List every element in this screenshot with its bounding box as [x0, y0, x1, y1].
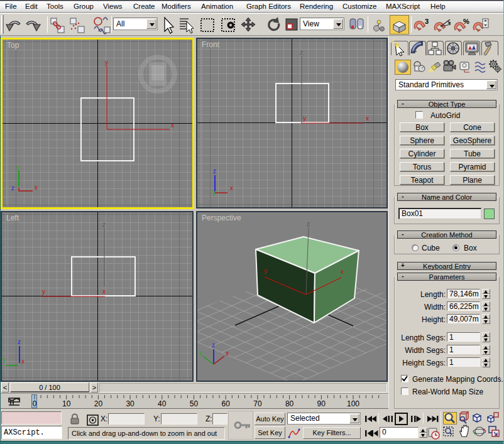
svg-text:x: x	[341, 268, 344, 275]
svg-text:y: y	[105, 59, 108, 66]
svg-text:70: 70	[253, 399, 262, 408]
svg-text:y: y	[3, 356, 6, 363]
svg-text:y: y	[212, 189, 216, 196]
svg-text:x: x	[21, 358, 25, 365]
svg-text:y: y	[16, 164, 19, 171]
svg-text:40: 40	[158, 399, 167, 408]
svg-text:x: x	[230, 185, 233, 192]
svg-text:x: x	[366, 115, 369, 122]
svg-text:3: 3	[425, 18, 429, 25]
svg-text:y: y	[303, 115, 306, 122]
svg-text:10: 10	[62, 399, 71, 408]
svg-text:y: y	[42, 288, 45, 295]
svg-text:x: x	[35, 184, 38, 191]
svg-text:100: 100	[347, 399, 359, 408]
svg-text:90: 90	[317, 399, 326, 408]
svg-text:y: y	[199, 349, 202, 356]
svg-text:60: 60	[222, 399, 231, 408]
svg-text:x: x	[102, 288, 106, 295]
svg-text:30: 30	[126, 399, 134, 408]
svg-text:z: z	[212, 342, 215, 349]
svg-text:z: z	[213, 168, 216, 175]
svg-text:z: z	[18, 338, 21, 345]
svg-text:80: 80	[285, 399, 294, 408]
svg-text:y: y	[264, 268, 267, 274]
svg-text:x: x	[226, 350, 229, 357]
svg-text:z: z	[11, 185, 14, 192]
svg-text:x: x	[171, 122, 174, 129]
svg-text:%: %	[463, 18, 469, 25]
svg-text:z: z	[307, 220, 310, 227]
svg-text:z: z	[300, 49, 303, 56]
svg-text:50: 50	[190, 399, 199, 408]
svg-text:0: 0	[33, 399, 37, 408]
svg-text:z: z	[102, 221, 106, 228]
svg-text:20: 20	[94, 399, 103, 408]
